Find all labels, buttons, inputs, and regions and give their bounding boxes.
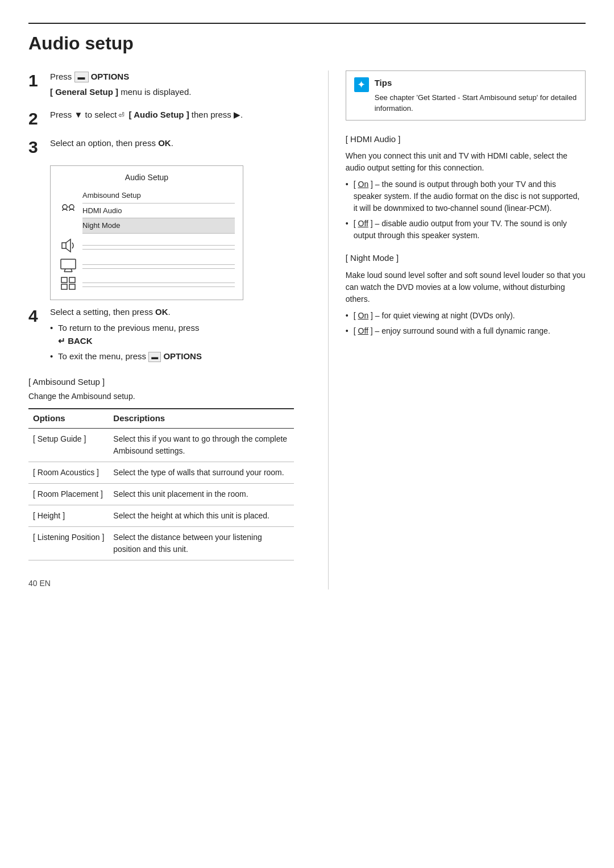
step-1: 1 Press ▬ OPTIONS [ General Setup ] menu…	[28, 70, 294, 101]
table-col-descriptions: Descriptions	[109, 409, 293, 428]
table-cell-option-5: [ Listening Position ]	[28, 526, 109, 560]
night-mode-section: [ Night Mode ] Make loud sound level sof…	[346, 252, 586, 337]
tips-icon-wrapper: ✦	[354, 77, 369, 92]
svg-rect-8	[61, 277, 67, 283]
options-box: Audio Setup Ambisound Setup HDMI Audio	[50, 165, 243, 300]
step-4: 4 Select a setting, then press OK. • To …	[28, 306, 294, 363]
table-row: [ Room Acoustics ] Select the type of wa…	[28, 462, 294, 483]
right-column: ✦ Tips See chapter 'Get Started - Start …	[328, 70, 586, 589]
night-mode-item: Night Mode	[82, 218, 235, 234]
page-title: Audio setup	[28, 23, 586, 57]
tips-content: Tips See chapter 'Get Started - Start Am…	[375, 77, 577, 114]
grid-icon	[60, 276, 77, 290]
step-4-line: Select a setting, then press OK.	[50, 306, 294, 319]
svg-point-0	[63, 205, 67, 209]
ambisound-desc: Change the Ambisound setup.	[28, 391, 294, 402]
ambisound-setup-item: Ambisound Setup	[82, 188, 235, 203]
grid-items	[82, 279, 235, 287]
step-4-options-bold: OPTIONS	[163, 351, 202, 361]
table-cell-desc-1: Select this if you want to go through th…	[109, 428, 293, 462]
table-row: [ Height ] Select the height at which th…	[28, 505, 294, 526]
ambisound-table: Options Descriptions [ Setup Guide ] Sel…	[28, 408, 294, 560]
step-3-ok: OK	[158, 138, 171, 148]
table-cell-option-3: [ Room Placement ]	[28, 483, 109, 505]
night-mode-intro: Make loud sound level softer and soft so…	[346, 269, 586, 305]
table-cell-option-4: [ Height ]	[28, 505, 109, 526]
step-1-options-bold: OPTIONS	[91, 72, 130, 81]
night-mode-bullets: [ On ] – for quiet viewing at night (DVD…	[346, 310, 586, 337]
svg-rect-11	[69, 284, 75, 289]
hdmi-audio-item: HDMI Audio	[82, 203, 235, 219]
svg-rect-10	[61, 284, 67, 289]
ambisound-section: [ Ambisound Setup ] Change the Ambisound…	[28, 376, 294, 560]
options-row-tv	[59, 258, 235, 272]
options-row-grid	[59, 276, 235, 290]
speaker-item-2	[82, 246, 235, 250]
table-cell-desc-4: Select the height at which this unit is …	[109, 505, 293, 526]
ambisound-table-body: [ Setup Guide ] Select this if you want …	[28, 428, 294, 560]
hdmi-bullet-on: [ On ] – the sound is output through bot…	[354, 180, 580, 213]
table-cell-desc-3: Select this unit placement in the room.	[109, 483, 293, 505]
step-4-content: Select a setting, then press OK. • To re…	[50, 306, 294, 363]
table-cell-desc-2: Select the type of walls that surround y…	[109, 462, 293, 483]
step-num-2: 2	[28, 109, 42, 129]
step-2-audio-setup: [ Audio Setup ]	[129, 110, 189, 119]
hdmi-audio-section: [ HDMI Audio ] When you connect this uni…	[346, 133, 586, 242]
hdmi-audio-heading: [ HDMI Audio ]	[346, 133, 586, 146]
hdmi-audio-body: When you connect this unit and TV with H…	[346, 150, 586, 242]
night-mode-bullet-1: [ On ] – for quiet viewing at night (DVD…	[346, 310, 586, 322]
step-2-content: Press ▼ to select⏎ [ Audio Setup ] then …	[50, 109, 294, 124]
step-3-line: Select an option, then press OK.	[50, 137, 294, 150]
options-row-speaker	[59, 237, 235, 254]
hdmi-bullet-2: [ Off ] – disable audio output from your…	[346, 218, 586, 242]
step-2: 2 Press ▼ to select⏎ [ Audio Setup ] the…	[28, 109, 294, 129]
ambisound-icon	[60, 202, 77, 219]
table-cell-option-2: [ Room Acoustics ]	[28, 462, 109, 483]
hdmi-audio-intro: When you connect this unit and TV with H…	[346, 150, 586, 174]
step-2-line: Press ▼ to select⏎ [ Audio Setup ] then …	[50, 109, 294, 122]
ambisound-heading: [ Ambisound Setup ]	[28, 376, 294, 389]
svg-point-1	[69, 205, 74, 209]
hdmi-bullet-off: [ Off ] – disable audio output from your…	[354, 219, 567, 240]
grid-item-1	[82, 279, 235, 283]
step-3: 3 Select an option, then press OK.	[28, 137, 294, 157]
night-mode-body: Make loud sound level softer and soft so…	[346, 269, 586, 337]
ambisound-items: Ambisound Setup HDMI Audio Night Mode	[82, 188, 235, 234]
options-row-ambisound: Ambisound Setup HDMI Audio Night Mode	[59, 188, 235, 234]
svg-rect-4	[61, 259, 76, 269]
tv-icon	[60, 258, 77, 272]
step-1-line1: Press ▬ OPTIONS	[50, 70, 294, 84]
night-mode-heading: [ Night Mode ]	[346, 252, 586, 265]
tv-icon-cell	[59, 258, 78, 272]
step-4-bullet-2: • To exit the menu, press ▬ OPTIONS	[50, 350, 294, 363]
step-4-bullets: • To return to the previous menu, press …	[50, 322, 294, 363]
hdmi-audio-bullets: [ On ] – the sound is output through bot…	[346, 178, 586, 242]
table-cell-option-1: [ Setup Guide ]	[28, 428, 109, 462]
speaker-icon	[60, 237, 77, 254]
tv-items	[82, 261, 235, 269]
speaker-icon-cell	[59, 237, 78, 254]
grid-icon-cell	[59, 276, 78, 290]
table-row: [ Listening Position ] Select the distan…	[28, 526, 294, 560]
back-label: ↵ BACK	[58, 336, 93, 346]
ambisound-icon-cell	[59, 202, 78, 219]
step-3-content: Select an option, then press OK.	[50, 137, 294, 152]
night-mode-bullet-2: [ Off ] – enjoy surround sound with a fu…	[346, 325, 586, 337]
svg-rect-9	[69, 277, 75, 283]
tv-item-1	[82, 261, 235, 265]
table-row: [ Setup Guide ] Select this if you want …	[28, 428, 294, 462]
table-cell-desc-5: Select the distance between your listeni…	[109, 526, 293, 560]
step-4-ok: OK	[155, 307, 168, 317]
tips-box: ✦ Tips See chapter 'Get Started - Start …	[346, 70, 586, 121]
grid-item-2	[82, 283, 235, 287]
svg-rect-3	[62, 243, 66, 248]
table-row: [ Room Placement ] Select this unit plac…	[28, 483, 294, 505]
night-mode-on: On	[358, 311, 369, 320]
step-num-1: 1	[28, 70, 42, 91]
options-box-title: Audio Setup	[59, 172, 235, 184]
night-mode-off: Off	[358, 326, 368, 335]
tips-body: See chapter 'Get Started - Start Ambisou…	[375, 92, 577, 114]
hdmi-bullet-1: [ On ] – the sound is output through bot…	[346, 178, 586, 214]
speaker-items	[82, 242, 235, 250]
step-4-bullet-1: • To return to the previous menu, press …	[50, 322, 294, 347]
